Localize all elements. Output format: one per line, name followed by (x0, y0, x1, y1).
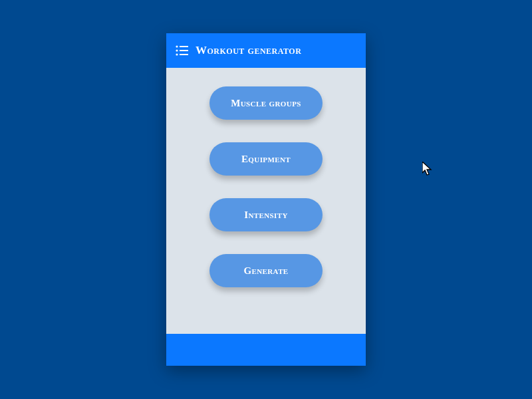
svg-rect-5 (180, 54, 188, 55)
svg-point-2 (176, 49, 178, 51)
cursor-icon (422, 162, 434, 180)
app-footer (166, 334, 366, 366)
main-content: Muscle groups Equipment Intensity Genera… (166, 68, 366, 334)
app-header: Workout generator (166, 33, 366, 68)
svg-rect-3 (180, 50, 188, 51)
list-icon[interactable] (176, 45, 189, 56)
svg-point-4 (176, 53, 178, 55)
muscle-groups-button[interactable]: Muscle groups (209, 86, 323, 120)
equipment-button[interactable]: Equipment (209, 142, 323, 176)
svg-point-0 (176, 45, 178, 47)
app-card: Workout generator Muscle groups Equipmen… (166, 33, 366, 366)
generate-button[interactable]: Generate (209, 254, 323, 287)
generate-label: Generate (243, 265, 288, 277)
intensity-button[interactable]: Intensity (209, 198, 323, 231)
app-title: Workout generator (196, 44, 301, 57)
svg-rect-1 (180, 46, 188, 47)
muscle-groups-label: Muscle groups (231, 98, 301, 109)
svg-marker-6 (422, 162, 431, 175)
intensity-label: Intensity (244, 209, 288, 221)
equipment-label: Equipment (241, 154, 291, 165)
